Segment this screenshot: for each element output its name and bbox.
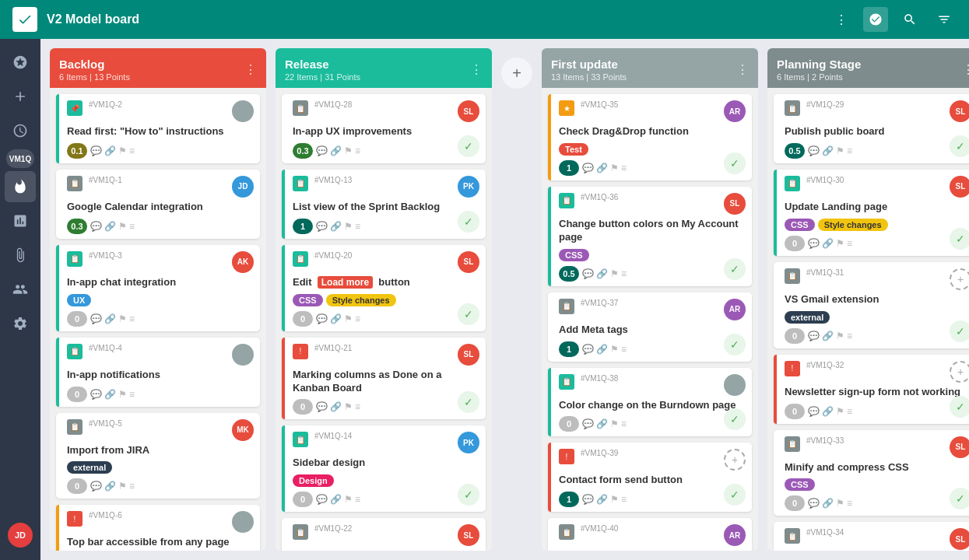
comment-icon[interactable]: 💬	[316, 401, 328, 412]
link-icon[interactable]: 🔗	[330, 313, 342, 324]
flag-icon[interactable]: ⚑	[118, 145, 127, 156]
comment-icon[interactable]: 💬	[808, 238, 820, 249]
list-icon[interactable]: ≡	[621, 163, 627, 173]
list-icon[interactable]: ≡	[847, 406, 852, 417]
link-icon[interactable]: 🔗	[596, 268, 608, 279]
card-checkmark[interactable]: ✓	[458, 303, 479, 325]
link-icon[interactable]: 🔗	[596, 494, 608, 505]
link-icon[interactable]: 🔗	[330, 401, 342, 412]
sidebar-item-team[interactable]	[5, 274, 36, 305]
link-icon[interactable]: 🔗	[104, 313, 116, 324]
list-icon[interactable]: ≡	[621, 344, 627, 355]
more-options-icon[interactable]: ⋮	[829, 7, 854, 32]
list-icon[interactable]: ≡	[355, 401, 360, 412]
comment-icon[interactable]: 💬	[808, 498, 820, 509]
column-firstupdate-menu[interactable]: ⋮	[736, 62, 749, 77]
link-icon[interactable]: 🔗	[330, 145, 342, 156]
link-icon[interactable]: 🔗	[596, 163, 608, 173]
app-logo[interactable]	[12, 7, 37, 32]
link-icon[interactable]: 🔗	[104, 145, 116, 156]
sidebar-item-attachments[interactable]	[5, 240, 36, 271]
link-icon[interactable]: 🔗	[822, 145, 834, 156]
sidebar-item-reports[interactable]	[5, 205, 36, 236]
comment-icon[interactable]: 💬	[808, 406, 820, 417]
comment-icon[interactable]: 💬	[582, 418, 594, 429]
flag-icon[interactable]: ⚑	[344, 494, 353, 505]
flag-icon[interactable]: ⚑	[118, 481, 127, 492]
list-icon[interactable]: ≡	[129, 481, 135, 492]
list-icon[interactable]: ≡	[129, 389, 135, 400]
comment-icon[interactable]: 💬	[582, 344, 594, 355]
add-column-button[interactable]: +	[501, 58, 532, 89]
comment-icon[interactable]: 💬	[582, 268, 594, 279]
flag-icon[interactable]: ⚑	[610, 418, 619, 429]
list-icon[interactable]: ≡	[847, 331, 852, 341]
flag-icon[interactable]: ⚑	[118, 389, 127, 400]
card-checkmark[interactable]: ✓	[724, 258, 746, 280]
sidebar-item-fire[interactable]	[5, 171, 36, 202]
flag-icon[interactable]: ⚑	[610, 268, 619, 279]
list-icon[interactable]: ≡	[847, 145, 852, 156]
link-icon[interactable]: 🔗	[596, 344, 608, 355]
list-icon[interactable]: ≡	[129, 221, 135, 232]
flag-icon[interactable]: ⚑	[610, 344, 619, 355]
list-icon[interactable]: ≡	[847, 238, 852, 249]
flag-icon[interactable]: ⚑	[836, 498, 844, 509]
card-checkmark[interactable]: ✓	[458, 135, 479, 157]
card-checkmark[interactable]: ✓	[458, 211, 479, 233]
comment-icon[interactable]: 💬	[90, 389, 102, 400]
link-icon[interactable]: 🔗	[330, 221, 342, 232]
list-icon[interactable]: ≡	[847, 498, 852, 509]
list-icon[interactable]: ≡	[621, 268, 627, 279]
flag-icon[interactable]: ⚑	[610, 494, 619, 505]
flag-icon[interactable]: ⚑	[344, 145, 353, 156]
flag-icon[interactable]: ⚑	[836, 145, 844, 156]
sidebar-item-timeline[interactable]	[5, 115, 36, 146]
link-icon[interactable]: 🔗	[330, 494, 342, 505]
flag-icon[interactable]: ⚑	[836, 331, 844, 341]
comment-icon[interactable]: 💬	[582, 494, 594, 505]
flag-icon[interactable]: ⚑	[344, 313, 353, 324]
column-release-menu[interactable]: ⋮	[470, 62, 483, 77]
flag-icon[interactable]: ⚑	[836, 238, 844, 249]
list-icon[interactable]: ≡	[129, 313, 135, 324]
card-checkmark[interactable]: ✓	[950, 488, 969, 509]
column-planning-menu[interactable]: ⋮	[962, 62, 969, 77]
comment-icon[interactable]: 💬	[90, 221, 102, 232]
card-checkmark[interactable]: ✓	[724, 152, 746, 174]
search-icon[interactable]	[897, 7, 922, 32]
link-icon[interactable]: 🔗	[822, 331, 834, 341]
flag-icon[interactable]: ⚑	[836, 406, 844, 417]
sidebar-item-add[interactable]	[5, 81, 36, 112]
comment-icon[interactable]: 💬	[316, 494, 328, 505]
comment-icon[interactable]: 💬	[316, 221, 328, 232]
list-icon[interactable]: ≡	[355, 145, 360, 156]
list-icon[interactable]: ≡	[355, 494, 360, 505]
list-icon[interactable]: ≡	[621, 418, 627, 429]
card-checkmark[interactable]: ✓	[950, 228, 969, 250]
flag-icon[interactable]: ⚑	[610, 163, 619, 173]
flag-icon[interactable]: ⚑	[344, 401, 353, 412]
link-icon[interactable]: 🔗	[822, 498, 834, 509]
card-checkmark[interactable]: ✓	[724, 334, 746, 355]
bell-icon[interactable]	[863, 7, 888, 32]
comment-icon[interactable]: 💬	[316, 145, 328, 156]
list-icon[interactable]: ≡	[129, 145, 135, 156]
sidebar-badge-vm1q[interactable]: VM1Q	[6, 149, 34, 168]
card-checkmark[interactable]: ✓	[950, 320, 969, 342]
sidebar-item-settings[interactable]	[5, 308, 36, 339]
card-checkmark[interactable]: ✓	[950, 396, 969, 418]
link-icon[interactable]: 🔗	[104, 481, 116, 492]
column-backlog-menu[interactable]: ⋮	[244, 62, 257, 77]
user-avatar[interactable]: JD	[8, 523, 33, 548]
comment-icon[interactable]: 💬	[316, 313, 328, 324]
list-icon[interactable]: ≡	[355, 313, 360, 324]
filter-icon[interactable]	[932, 7, 957, 32]
comment-icon[interactable]: 💬	[90, 481, 102, 492]
flag-icon[interactable]: ⚑	[118, 313, 127, 324]
card-checkmark[interactable]: ✓	[950, 135, 969, 157]
list-icon[interactable]: ≡	[621, 494, 627, 505]
sidebar-item-boards[interactable]	[5, 47, 36, 78]
comment-icon[interactable]: 💬	[90, 145, 102, 156]
link-icon[interactable]: 🔗	[822, 238, 834, 249]
